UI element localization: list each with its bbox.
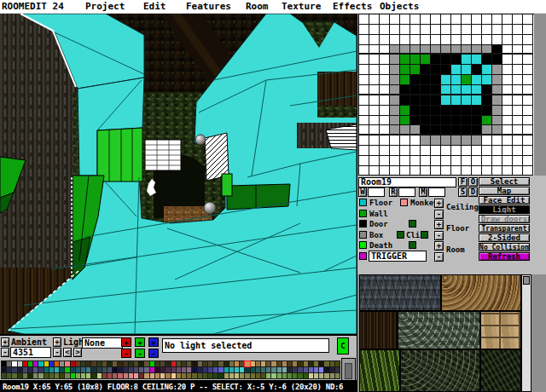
map-cell[interactable] [421, 156, 431, 166]
palette-color-cell[interactable] [86, 373, 90, 378]
map-cell[interactable] [502, 166, 513, 176]
palette-color-cell[interactable] [7, 361, 11, 366]
map-cell[interactable] [462, 45, 472, 55]
map-cell[interactable] [492, 125, 502, 135]
palette-color-cell[interactable] [171, 361, 176, 366]
menu-project[interactable]: Project [85, 0, 125, 14]
map-cell[interactable] [390, 85, 400, 95]
map-cell[interactable] [441, 156, 451, 166]
palette-color-cell[interactable] [144, 361, 148, 366]
ambient-plus-button[interactable]: + [1, 337, 9, 347]
map-cell[interactable] [523, 55, 533, 65]
cli-down-swatch[interactable] [409, 241, 416, 249]
map-cell[interactable] [502, 14, 513, 25]
floor-plus-button[interactable]: + [434, 220, 444, 229]
map-cell[interactable] [380, 166, 390, 176]
map-cell[interactable] [513, 65, 523, 75]
map-cell[interactable] [421, 35, 431, 45]
map-cell[interactable] [421, 116, 431, 126]
blue-minus-button[interactable]: - [148, 349, 159, 358]
map-cell[interactable] [513, 166, 523, 176]
map-cell[interactable] [359, 146, 369, 156]
palette-color-cell[interactable] [76, 361, 80, 366]
map-cell[interactable] [431, 166, 441, 176]
palette-color-cell[interactable] [282, 373, 287, 378]
map-cell[interactable] [462, 95, 472, 106]
palette-color-cell[interactable] [235, 367, 239, 372]
map-cell[interactable] [380, 85, 390, 95]
map-cell[interactable] [523, 45, 533, 55]
map-cell[interactable] [359, 125, 369, 135]
palette-color-cell[interactable] [187, 361, 191, 366]
map-cell[interactable] [502, 65, 513, 75]
map-cell[interactable] [369, 65, 380, 75]
palette-color-cell[interactable] [86, 361, 90, 366]
map-cell[interactable] [451, 14, 462, 25]
palette-color-cell[interactable] [198, 367, 202, 372]
palette-color-cell[interactable] [309, 373, 313, 378]
palette-color-cell[interactable] [213, 367, 218, 372]
map-cell[interactable] [369, 166, 380, 176]
palette-color-cell[interactable] [33, 367, 38, 372]
map-cell[interactable] [431, 125, 441, 135]
palette-color-cell[interactable] [71, 373, 75, 378]
room-plus-button[interactable]: + [434, 241, 444, 251]
map-cell[interactable] [400, 75, 410, 85]
cli-right-swatch[interactable] [421, 231, 428, 239]
map-cell[interactable] [441, 65, 451, 75]
map-cell[interactable] [431, 55, 441, 65]
map-cell[interactable] [441, 125, 451, 135]
map-cell[interactable] [410, 75, 421, 85]
palette-color-cell[interactable] [23, 367, 27, 372]
map-cell[interactable] [441, 55, 451, 65]
palette-color-cell[interactable] [330, 367, 334, 372]
palette-color-cell[interactable] [107, 361, 112, 366]
menu-features[interactable]: Features [186, 0, 231, 14]
map-cell[interactable] [369, 146, 380, 156]
palette-color-cell[interactable] [309, 367, 313, 372]
floor-minus-button[interactable]: - [434, 231, 444, 240]
select-button[interactable]: Select [479, 177, 530, 186]
palette-color-cell[interactable] [271, 361, 276, 366]
palette-color-cell[interactable] [160, 361, 165, 366]
palette-color-cell[interactable] [177, 361, 181, 366]
palette-color-cell[interactable] [12, 373, 16, 378]
scrollbar-thumb[interactable] [523, 276, 530, 285]
palette-color-cell[interactable] [314, 373, 318, 378]
palette-color-cell[interactable] [271, 367, 276, 372]
map-cell[interactable] [431, 156, 441, 166]
map-cell[interactable] [472, 25, 482, 35]
map-cell[interactable] [400, 25, 410, 35]
map-cell[interactable] [502, 95, 513, 106]
map-cell[interactable] [482, 25, 492, 35]
map-cell[interactable] [400, 125, 410, 135]
r-button[interactable]: R [389, 187, 398, 197]
palette-color-cell[interactable] [330, 373, 334, 378]
palette-color-cell[interactable] [38, 367, 43, 372]
map-cell[interactable] [462, 55, 472, 65]
map-cell[interactable] [451, 65, 462, 75]
palette-color-cell[interactable] [182, 361, 186, 366]
map-cell[interactable] [380, 25, 390, 35]
map-cell[interactable] [472, 14, 482, 25]
3d-viewport[interactable] [0, 14, 357, 334]
palette-color-cell[interactable] [55, 361, 59, 366]
palette-color-cell[interactable] [166, 367, 170, 372]
palette-color-cell[interactable] [33, 373, 38, 378]
palette-color-cell[interactable] [107, 367, 112, 372]
palette-color-cell[interactable] [319, 361, 323, 366]
map-cell[interactable] [523, 85, 533, 95]
map-cell[interactable] [523, 146, 533, 156]
map-cell[interactable] [421, 45, 431, 55]
palette-color-cell[interactable] [76, 367, 80, 372]
map-cell[interactable] [400, 156, 410, 166]
map-cell[interactable] [482, 65, 492, 75]
palette-color-cell[interactable] [150, 361, 154, 366]
map-cell[interactable] [431, 106, 441, 116]
map-cell[interactable] [390, 25, 400, 35]
palette-color-cell[interactable] [113, 361, 117, 366]
palette-color-cell[interactable] [2, 373, 6, 378]
map-cell[interactable] [451, 85, 462, 95]
palette-color-cell[interactable] [235, 373, 239, 378]
palette-color-cell[interactable] [134, 367, 138, 372]
